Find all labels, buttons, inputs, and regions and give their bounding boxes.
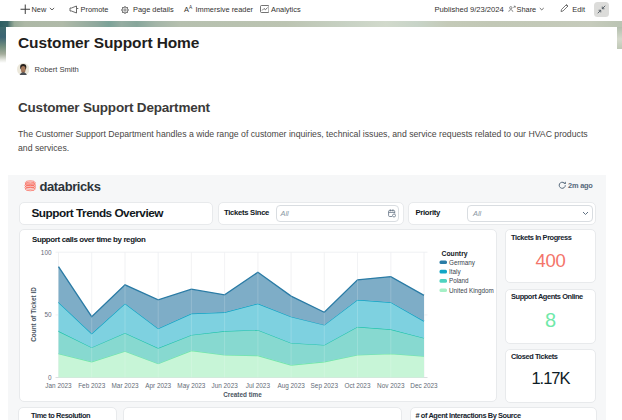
svg-text:Poland: Poland xyxy=(449,277,469,284)
svg-text:Dec 2023: Dec 2023 xyxy=(410,382,438,389)
svg-text:100: 100 xyxy=(40,249,51,256)
svg-text:0: 0 xyxy=(47,374,51,381)
svg-text:Sep 2023: Sep 2023 xyxy=(310,382,338,390)
svg-text:United Kingdom: United Kingdom xyxy=(449,287,494,295)
svg-text:Nov 2023: Nov 2023 xyxy=(377,382,405,389)
svg-text:Jun 2023: Jun 2023 xyxy=(211,382,238,389)
svg-text:Italy: Italy xyxy=(449,268,461,276)
svg-text:Created time: Created time xyxy=(223,391,262,398)
svg-text:May 2023: May 2023 xyxy=(177,382,206,390)
svg-text:Feb 2023: Feb 2023 xyxy=(78,382,105,389)
svg-text:Apr 2023: Apr 2023 xyxy=(145,382,171,390)
svg-text:Mar 2023: Mar 2023 xyxy=(111,382,138,389)
svg-text:50: 50 xyxy=(44,311,52,318)
svg-text:Support calls over time by reg: Support calls over time by region xyxy=(32,235,146,244)
svg-text:Jan 2023: Jan 2023 xyxy=(45,382,72,389)
svg-text:Oct 2023: Oct 2023 xyxy=(344,382,370,389)
svg-text:Jul 2023: Jul 2023 xyxy=(245,382,270,389)
svg-text:Germany: Germany xyxy=(449,259,476,267)
svg-text:Country: Country xyxy=(441,250,467,258)
svg-text:Count of Ticket ID: Count of Ticket ID xyxy=(29,287,36,342)
svg-text:Aug 2023: Aug 2023 xyxy=(277,382,305,390)
